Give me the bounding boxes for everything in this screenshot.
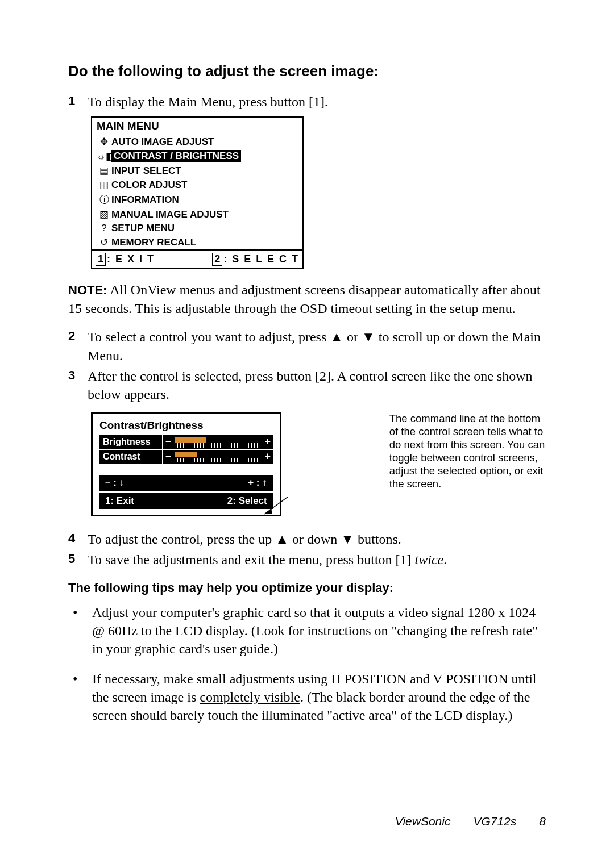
step-text: To adjust the control, press the up ▲ or…	[88, 530, 546, 548]
move-icon: ✥	[97, 136, 111, 148]
note-label: NOTE:	[68, 283, 107, 297]
page-number: 8	[539, 815, 546, 828]
tips-list: • Adjust your computer's graphic card so…	[68, 603, 546, 725]
control-footer-keys: 1: Exit 2: Select	[99, 493, 273, 509]
svg-marker-1	[264, 508, 272, 514]
step-5: 5 To save the adjustments and exit the m…	[68, 550, 546, 569]
step-number: 4	[68, 530, 88, 547]
plus-icon: +	[263, 450, 273, 464]
osd-item-label: CONTRAST / BRIGHTNESS	[111, 150, 241, 162]
step-2: 2 To select a control you want to adjust…	[68, 328, 546, 365]
decrease-hint: – : ↓	[105, 477, 124, 489]
callout-text: The command line at the bottom of the co…	[389, 412, 546, 491]
step-text: After the control is selected, press but…	[88, 367, 546, 404]
tip-item: • If necessary, make small adjustments u…	[68, 670, 546, 725]
osd-item-label: AUTO IMAGE ADJUST	[111, 136, 214, 148]
note-paragraph: NOTE: All OnView menus and adjustment sc…	[68, 281, 546, 318]
color-icon: ▥	[97, 179, 111, 191]
brightness-icon: ☼◧	[97, 151, 111, 162]
osd-item-label: COLOR ADJUST	[111, 180, 188, 191]
osd-item-label: SETUP MENU	[111, 223, 175, 234]
footer-model: VG712s	[473, 815, 516, 828]
tips-heading: The following tips may help you optimize…	[68, 581, 546, 595]
tip-text: Adjust your computer's graphic card so t…	[92, 603, 546, 658]
bullet-icon: •	[68, 670, 92, 725]
minus-icon: −	[163, 450, 173, 464]
step-number: 3	[68, 367, 88, 384]
exit-hint: 1: Exit	[105, 495, 134, 507]
osd-main-menu: MAIN MENU ✥AUTO IMAGE ADJUST ☼◧CONTRAST …	[91, 116, 304, 269]
control-title: Contrast/Brightness	[99, 419, 273, 432]
step-text: To display the Main Menu, press button […	[88, 93, 546, 111]
osd-item-label: MANUAL IMAGE ADJUST	[111, 209, 229, 220]
step-number: 2	[68, 328, 88, 345]
contrast-row: Contrast − +	[99, 450, 273, 464]
osd-item-label: MEMORY RECALL	[111, 237, 196, 248]
bullet-icon: •	[68, 603, 92, 658]
brightness-label: Brightness	[99, 435, 162, 449]
callout-arrow-icon	[259, 497, 389, 520]
page-footer: ViewSonic VG712s 8	[395, 815, 546, 828]
info-icon: ⓘ	[97, 193, 111, 206]
svg-line-0	[264, 497, 372, 514]
section-heading: Do the following to adjust the screen im…	[68, 62, 546, 80]
contrast-label: Contrast	[99, 450, 162, 464]
osd-title: MAIN MENU	[92, 118, 302, 135]
tip-text: If necessary, make small adjustments usi…	[92, 670, 546, 725]
control-screen: Contrast/Brightness Brightness − + Contr…	[91, 412, 281, 516]
manual-icon: ▧	[97, 208, 111, 220]
brightness-slider: − +	[163, 435, 273, 449]
minus-icon: −	[163, 435, 173, 449]
control-footer-arrows: – : ↓ + : ↑	[99, 475, 273, 491]
step-3: 3 After the control is selected, press b…	[68, 367, 546, 404]
recall-icon: ↺	[97, 236, 111, 248]
contrast-slider: − +	[163, 450, 273, 464]
note-text: All OnView menus and adjustment screens …	[68, 282, 541, 315]
step-4: 4 To adjust the control, press the up ▲ …	[68, 530, 546, 548]
main-menu-figure: MAIN MENU ✥AUTO IMAGE ADJUST ☼◧CONTRAST …	[91, 116, 546, 269]
step-text: To save the adjustments and exit the men…	[88, 550, 546, 569]
exit-label: : E X I T	[107, 253, 155, 265]
select-label: : S E L E C T	[223, 253, 299, 265]
input-icon: ▤	[97, 165, 111, 177]
footer-brand: ViewSonic	[395, 815, 451, 828]
osd-item-label: INPUT SELECT	[111, 165, 181, 177]
increase-hint: + : ↑	[248, 477, 267, 489]
osd-footer: 1: E X I T 2: S E L E C T	[92, 249, 302, 268]
key-1-icon: 1	[96, 253, 106, 266]
brightness-row: Brightness − +	[99, 435, 273, 449]
setup-icon: ?	[97, 223, 111, 234]
key-2-icon: 2	[212, 253, 222, 266]
osd-item-label: INFORMATION	[111, 194, 179, 206]
step-number: 5	[68, 550, 88, 567]
tip-item: • Adjust your computer's graphic card so…	[68, 603, 546, 658]
step-text: To select a control you want to adjust, …	[88, 328, 546, 365]
step-1: 1 To display the Main Menu, press button…	[68, 93, 546, 111]
step-number: 1	[68, 93, 88, 110]
document-page: Do the following to adjust the screen im…	[0, 0, 614, 868]
plus-icon: +	[263, 435, 273, 449]
control-screen-figure: Contrast/Brightness Brightness − + Contr…	[91, 412, 546, 520]
